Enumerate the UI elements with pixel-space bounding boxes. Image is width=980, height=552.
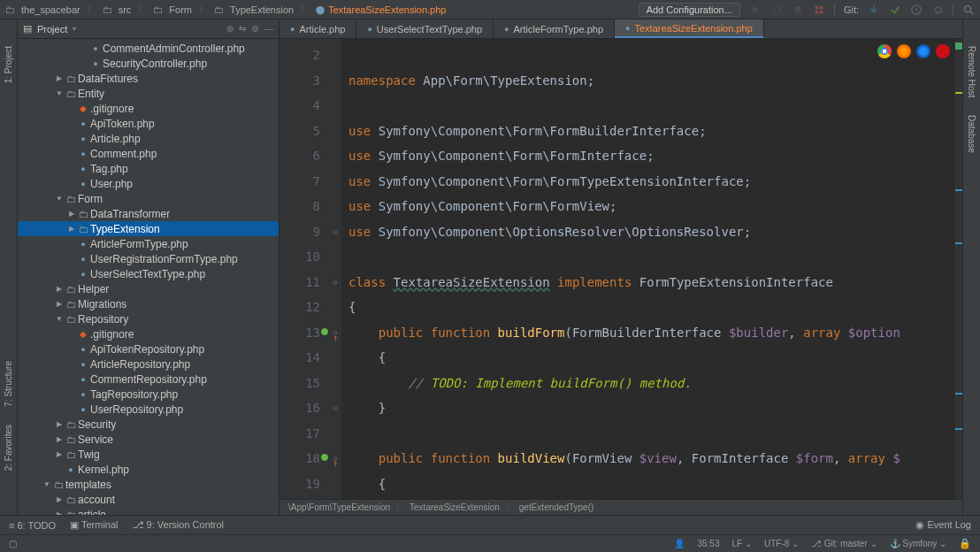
tree-row[interactable]: ◆.gitignore [18, 101, 279, 116]
svg-point-3 [965, 5, 971, 12]
fold-gutter[interactable]: ⊖⊖⊖⊖⊖ [329, 39, 341, 499]
inspection-ok-indicator[interactable] [955, 42, 962, 50]
tree-row[interactable]: ◆.gitignore [18, 326, 279, 341]
git-history-icon[interactable] [910, 4, 923, 16]
remote-host-tool-tab[interactable]: Remote Host [967, 46, 976, 97]
right-tool-rail: Remote Host Database [962, 19, 980, 515]
project-tool-tab[interactable]: 1: Project [4, 46, 13, 83]
php-file-icon: ● [504, 25, 509, 34]
error-stripe[interactable] [953, 39, 962, 499]
tree-row[interactable]: ▼🗀Form [18, 191, 279, 206]
git-label: Git: [844, 4, 859, 15]
event-log-tab[interactable]: ◉ Event Log [915, 519, 971, 531]
editor-tab-active[interactable]: ●TextareaSizeExtension.php [615, 19, 764, 38]
run-icon[interactable] [749, 4, 762, 16]
breadcrumb[interactable]: the_spacebar 〉 src 〉 Form 〉 TypeExtensio… [5, 3, 446, 16]
tree-row[interactable]: ●Article.php [18, 131, 279, 146]
scroll-from-source-icon[interactable]: ⊕ [226, 24, 234, 34]
tree-row[interactable]: ▼🗀Entity [18, 86, 279, 101]
tree-row[interactable]: ●UserSelectTextType.php [18, 266, 279, 281]
editor-tabs: ●Article.php ●UserSelectTextType.php ●Ar… [279, 19, 962, 39]
tree-row[interactable]: ▶🗀Security [18, 417, 279, 432]
vcs-tool-tab[interactable]: ⎇ 9: Version Control [133, 519, 225, 531]
stop-icon[interactable] [792, 4, 804, 16]
navigation-bar: the_spacebar 〉 src 〉 Form 〉 TypeExtensio… [0, 0, 980, 19]
project-tool-window: ▤ Project ▾ ⊕ ⇆ ⚙ — ●CommentAdminControl… [18, 19, 279, 515]
chrome-icon[interactable] [877, 44, 892, 58]
todo-tool-tab[interactable]: ≡ 6: TODO [9, 520, 56, 531]
tree-row[interactable]: ●Kernel.php [18, 462, 279, 477]
svg-point-0 [773, 5, 781, 13]
bottom-tool-bar: ≡ 6: TODO ▣ Terminal ⎇ 9: Version Contro… [0, 515, 980, 534]
tree-row[interactable]: ▶🗀Service [18, 432, 279, 447]
php-file-icon: ● [290, 25, 295, 34]
git-branch[interactable]: ⎇ Git: master ⌄ [811, 539, 877, 548]
line-separator[interactable]: LF ⌄ [731, 539, 751, 548]
terminal-tool-tab[interactable]: ▣ Terminal [70, 519, 118, 531]
editor-breadcrumb-bar[interactable]: \App\Form\TypeExtension〉 TextareaSizeExt… [279, 499, 962, 515]
database-tool-tab[interactable]: Database [967, 115, 976, 153]
project-panel-title[interactable]: Project [37, 24, 67, 34]
debug-icon[interactable] [770, 4, 783, 16]
status-bar: ▢ 👤 35:53 LF ⌄ UTF-8 ⌄ ⎇ Git: master ⌄ ⚓… [0, 534, 980, 552]
php-file-icon: ● [367, 25, 371, 34]
gear-icon[interactable]: ⚙ [251, 24, 259, 34]
browser-preview-icons [877, 44, 950, 58]
tree-row[interactable]: ▼🗀Repository [18, 311, 279, 326]
project-panel-header: ▤ Project ▾ ⊕ ⇆ ⚙ — [18, 19, 279, 39]
tree-row[interactable]: ▶🗀Migrations [18, 296, 279, 311]
tree-row[interactable]: ●ArticleRepository.php [18, 356, 279, 372]
tree-row[interactable]: ●ArticleFormType.php [18, 236, 279, 251]
add-configuration-button[interactable]: Add Configuration... [639, 3, 740, 17]
project-tree[interactable]: ●CommentAdminController.php●SecurityCont… [18, 39, 279, 515]
tree-row[interactable]: ▶🗀article [18, 507, 279, 515]
git-commit-icon[interactable] [889, 4, 901, 16]
tree-row[interactable]: ●User.php [18, 176, 279, 191]
project-view-icon[interactable]: ▤ [23, 23, 32, 34]
git-update-icon[interactable] [868, 4, 880, 16]
tree-row[interactable]: ▶🗀account [18, 492, 279, 507]
tree-row[interactable]: ●Tag.php [18, 161, 279, 176]
tree-row[interactable]: ●ApiTokenRepository.php [18, 341, 279, 356]
tree-row[interactable]: ▶🗀TypeExtension [18, 221, 279, 236]
folder-icon [5, 4, 18, 15]
framework-indicator[interactable]: ⚓ Symfony ⌄ [890, 539, 946, 548]
editor-body[interactable]: 2345678910111213↑1415161718↑1920 ⊖⊖⊖⊖⊖ n… [279, 39, 962, 499]
hide-icon[interactable]: — [264, 24, 273, 34]
tree-row[interactable]: ▼🗀templates [18, 477, 279, 492]
hector-icon[interactable]: 👤 [674, 539, 685, 548]
tree-row[interactable]: ●CommentAdminController.php [18, 41, 279, 56]
tree-row[interactable]: ●CommentRepository.php [18, 372, 279, 387]
firefox-icon[interactable] [897, 44, 911, 58]
safari-icon[interactable] [916, 44, 930, 58]
tree-row[interactable]: ▶🗀Helper [18, 281, 279, 296]
run-with-coverage-icon[interactable] [813, 4, 825, 16]
line-number-gutter[interactable]: 2345678910111213↑1415161718↑1920 [279, 39, 329, 499]
tree-row[interactable]: ●UserRegistrationFormType.php [18, 251, 279, 266]
lock-icon[interactable]: 🔒 [959, 538, 971, 549]
collapse-all-icon[interactable]: ⇆ [239, 24, 246, 34]
tree-row[interactable]: ●TagRepository.php [18, 387, 279, 402]
php-file-icon: ● [625, 24, 630, 33]
tree-row[interactable]: ▶🗀Twig [18, 447, 279, 462]
tree-row[interactable]: ▶🗀DataTransformer [18, 206, 279, 221]
tool-window-quick-access-icon[interactable]: ▢ [9, 539, 17, 548]
editor-tab[interactable]: ●Article.php [279, 19, 356, 38]
editor-tab[interactable]: ●UserSelectTextType.php [356, 19, 494, 38]
search-icon[interactable] [962, 4, 975, 16]
caret-position[interactable]: 35:53 [697, 539, 719, 548]
file-encoding[interactable]: UTF-8 ⌄ [764, 539, 799, 548]
left-tool-rail: 1: Project 7: Structure 2: Favorites [0, 19, 18, 515]
editor-tab[interactable]: ●ArticleFormType.php [494, 19, 615, 38]
opera-icon[interactable] [936, 44, 950, 58]
tree-row[interactable]: ●ApiToken.php [18, 116, 279, 131]
tree-row[interactable]: ▶🗀DataFixtures [18, 71, 279, 86]
code-area[interactable]: namespace App\Form\TypeExtension; use Sy… [341, 39, 953, 499]
favorites-tool-tab[interactable]: 2: Favorites [4, 425, 13, 471]
tree-row[interactable]: ●SecurityController.php [18, 56, 279, 71]
editor-area: ●Article.php ●UserSelectTextType.php ●Ar… [279, 19, 962, 515]
git-revert-icon[interactable] [931, 4, 944, 16]
tree-row[interactable]: ●UserRepository.php [18, 402, 279, 417]
tree-row[interactable]: ●Comment.php [18, 146, 279, 161]
structure-tool-tab[interactable]: 7: Structure [4, 361, 13, 407]
